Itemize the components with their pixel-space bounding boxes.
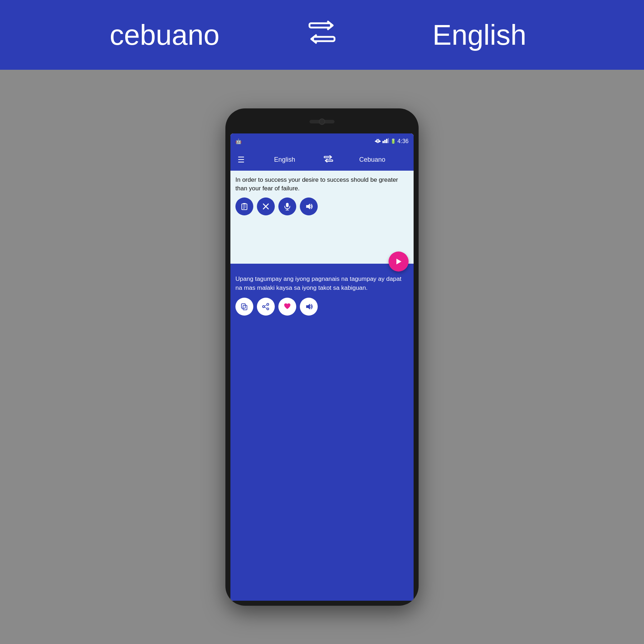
svg-rect-5 [382,141,384,143]
clear-button[interactable] [257,197,275,215]
signal-icon [382,138,389,144]
clipboard-button[interactable] [235,197,253,215]
status-left: 🤖 [235,138,241,144]
share-output-button[interactable] [257,298,275,316]
input-text[interactable]: In order to success your desire to succe… [235,176,409,193]
svg-line-29 [264,307,267,308]
svg-point-26 [263,306,264,307]
wifi-icon [375,138,381,144]
phone-screen: 🤖 [230,133,414,601]
input-area: In order to success your desire to succe… [230,171,414,264]
speaker-output-button[interactable] [300,298,318,316]
svg-line-28 [264,305,267,306]
svg-rect-6 [384,140,386,143]
output-area: Upang tagumpay ang iyong pagnanais na ta… [230,264,414,601]
input-actions [235,197,409,217]
status-time: 4:36 [397,138,409,145]
svg-rect-9 [324,156,331,158]
output-actions [235,298,409,317]
svg-marker-22 [396,259,401,264]
top-swap-button[interactable] [301,19,343,52]
toolbar-source-language[interactable]: English [248,156,322,164]
favorite-output-button[interactable] [278,298,296,316]
svg-rect-7 [386,139,387,143]
phone-device: 🤖 [225,108,419,606]
svg-point-27 [267,308,269,309]
top-target-language[interactable]: English [343,19,615,52]
svg-rect-10 [326,160,333,161]
svg-rect-1 [313,37,335,41]
mic-button[interactable] [278,197,296,215]
svg-marker-21 [306,204,310,209]
top-language-bar: cebuano English [0,0,644,70]
battery-icon: 🔋 [390,138,396,144]
output-text: Upang tagumpay ang iyong pagnanais na ta… [235,274,409,293]
swap-icon-top [308,19,336,52]
svg-rect-18 [286,203,288,207]
app-toolbar: ☰ English Cebuano [230,149,414,171]
status-bar: 🤖 [230,133,414,149]
svg-point-25 [267,303,269,305]
top-source-language[interactable]: cebuano [29,19,301,52]
svg-rect-12 [242,204,247,210]
toolbar-swap-button[interactable] [322,155,335,164]
device-area: 🤖 [0,70,644,644]
copy-output-button[interactable] [235,298,253,316]
svg-marker-30 [306,303,310,309]
hamburger-menu-button[interactable]: ☰ [235,155,248,165]
translate-fab-button[interactable] [389,252,409,272]
phone-camera [319,118,325,125]
toolbar-target-language[interactable]: Cebuano [335,156,409,164]
speaker-input-button[interactable] [300,197,318,215]
status-right: 🔋 4:36 [375,138,409,145]
android-icon: 🤖 [235,138,241,144]
screen-content: 🤖 [230,133,414,601]
svg-rect-8 [388,138,389,143]
svg-rect-0 [309,23,331,28]
